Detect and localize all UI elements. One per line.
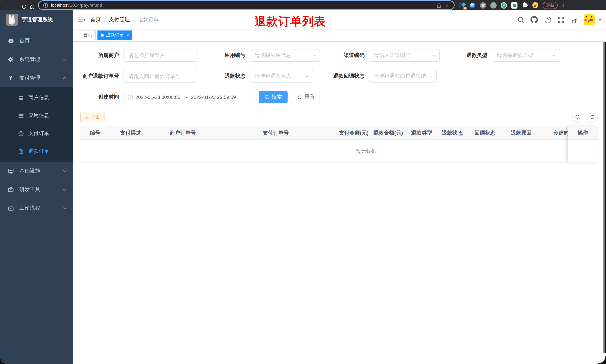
screen: ← → localhost:1024/pay/refund ☆ 10 ⌘	[0, 0, 606, 364]
tag-home[interactable]: 首页	[80, 30, 96, 40]
show-search-toggle-button[interactable]	[572, 112, 583, 123]
github-icon[interactable]	[530, 16, 538, 24]
user-avatar[interactable]	[584, 14, 595, 25]
close-icon[interactable]: ×	[127, 33, 129, 37]
tag-refund-order[interactable]: 退款订单 ×	[97, 30, 132, 40]
browser-forward-button[interactable]: →	[12, 0, 20, 10]
window-corner	[0, 359, 5, 364]
sidebar-item-infra[interactable]: 基础设施	[0, 162, 73, 180]
app-title: 芋道管理系统	[22, 16, 53, 23]
reset-button[interactable]: 重置	[292, 91, 320, 103]
sidebar-item-label: 首页	[19, 38, 30, 44]
window-corner	[598, 356, 606, 364]
sidebar-item-label: 研发工具	[19, 186, 40, 193]
refresh-button[interactable]	[587, 112, 598, 123]
site-info-icon[interactable]	[43, 3, 48, 8]
fullscreen-icon[interactable]	[557, 16, 565, 24]
sidebar-item-devtools[interactable]: 研发工具	[0, 180, 73, 199]
browser-toolbar: ← → localhost:1024/pay/refund ☆ 10 ⌘	[0, 0, 606, 10]
browser-home-button[interactable]	[28, 1, 37, 9]
clock-icon	[128, 94, 133, 100]
export-button[interactable]: 导出	[80, 112, 105, 122]
extension-balloon-icon[interactable]	[470, 2, 476, 8]
sidebar-item-label: 支付管理	[19, 75, 40, 81]
app-logo-row[interactable]: 芋道管理系统	[0, 10, 73, 29]
chevron-down-icon	[312, 54, 316, 57]
help-icon[interactable]: ?	[543, 16, 552, 24]
col-refund-status: 退款状态	[437, 130, 467, 136]
sidebar-item-pay-order[interactable]: 支付订单	[0, 125, 73, 143]
table-scroll-area[interactable]: 编号 支付渠道 商户订单号 支付订单号 支付金额(元) 退款金额(元) 退款类型…	[80, 126, 568, 163]
active-dot-icon	[101, 34, 104, 37]
refund-status-select[interactable]: 请选择退款状态	[250, 70, 313, 83]
notify-status-select[interactable]: 请选择通知商户退款结果的回调状态	[369, 70, 437, 83]
page-title-annotation: 退款订单列表	[254, 14, 326, 29]
search-icon[interactable]	[517, 16, 525, 24]
col-refund-amount: 退款金额(元)	[370, 130, 406, 136]
extension-y-icon[interactable]: y	[501, 2, 507, 8]
sidebar-item-refund-order[interactable]: 退款订单	[0, 143, 73, 160]
avatar-caret-icon[interactable]	[599, 19, 602, 21]
pay-submenu: 商户信息 应用信息 支付订单	[0, 87, 73, 162]
sidebar-item-workflow[interactable]: 工作流程	[0, 199, 73, 218]
create-time-label: 创建时间	[80, 94, 123, 100]
top-navbar: 首页 / 支付管理 / 退款订单 退款订单列表 ?	[73, 10, 606, 29]
sidebar-item-label: 应用信息	[28, 112, 49, 119]
breadcrumb-home[interactable]: 首页	[90, 16, 101, 23]
sidebar-item-home[interactable]: 首页	[0, 32, 73, 50]
range-end-value[interactable]: 2022-01-23 23:59:59	[191, 94, 237, 100]
sidebar-item-label: 支付订单	[28, 130, 49, 137]
navbar-actions: ? TT	[517, 14, 606, 25]
shop-icon	[18, 95, 24, 101]
col-id: 编号	[80, 130, 110, 136]
breadcrumb-current: 退款订单	[138, 16, 159, 23]
extension-recorder-icon[interactable]	[490, 2, 497, 8]
chrome-update-button[interactable]: 更新	[543, 2, 558, 9]
chevron-down-icon	[63, 169, 67, 172]
sidebar-item-app-info[interactable]: 应用信息	[0, 107, 73, 125]
breadcrumb-pay[interactable]: 支付管理	[109, 16, 130, 23]
sidebar-item-label: 基础设施	[19, 168, 40, 174]
app-no-select[interactable]: 请选择应用信息	[250, 49, 320, 62]
sidebar-item-system[interactable]: 系统管理	[0, 50, 73, 69]
sidebar-item-pay[interactable]: ¥ 支付管理	[0, 69, 73, 87]
window-scrollbar[interactable]	[603, 10, 606, 353]
font-size-icon[interactable]: TT	[570, 16, 579, 24]
gear-icon	[7, 56, 14, 63]
extensions-puzzle-icon[interactable]	[522, 2, 528, 8]
chrome-menu-icon[interactable]: ⋮	[561, 2, 566, 8]
merchant-input[interactable]	[123, 49, 198, 62]
share-icon[interactable]	[437, 3, 441, 8]
browser-back-button[interactable]: ←	[4, 0, 12, 10]
url-text: localhost:1024/pay/refund	[51, 3, 102, 8]
channel-code-select[interactable]: 请输入渠道编码	[369, 49, 440, 62]
bookmark-star-icon[interactable]: ☆	[445, 2, 449, 8]
table-header-row: 编号 支付渠道 商户订单号 支付订单号 支付金额(元) 退款金额(元) 退款类型…	[80, 126, 568, 140]
breadcrumb: 首页 / 支付管理 / 退款订单	[90, 16, 159, 23]
range-start-value[interactable]: 2022-01-23 00:00:00	[135, 94, 183, 100]
sidebar-item-merchant-info[interactable]: 商户信息	[0, 89, 73, 107]
chevron-up-icon	[63, 77, 67, 79]
extension-chat-icon[interactable]	[511, 2, 517, 8]
profile-emoji-icon[interactable]	[532, 2, 538, 8]
create-time-range-picker[interactable]: 2022-01-23 00:00:00 - 2022-01-23 23:59:5…	[123, 91, 252, 103]
extensions-row: 10 ⌘ y	[459, 2, 538, 8]
col-pay-amount: 支付金额(元)	[337, 130, 370, 136]
extension-command-icon[interactable]: ⌘	[480, 2, 486, 8]
browser-reload-button[interactable]	[20, 1, 28, 9]
refund-table: 编号 支付渠道 商户订单号 支付订单号 支付金额(元) 退款金额(元) 退款类型…	[80, 126, 598, 163]
col-merchant-order-no: 商户订单号	[151, 130, 214, 136]
merchant-refund-no-input[interactable]	[123, 70, 197, 83]
refund-type-label: 退款类型	[440, 52, 492, 59]
address-bar[interactable]: localhost:1024/pay/refund ☆	[39, 1, 454, 9]
refund-type-select[interactable]: 请选择退款类型	[492, 49, 560, 62]
chevron-down-icon	[63, 188, 67, 191]
sidebar-toggle-icon[interactable]	[73, 16, 90, 23]
col-action: 操作	[568, 126, 598, 140]
search-button[interactable]: 搜索	[259, 91, 288, 103]
col-refund-type: 退款类型	[406, 130, 437, 136]
extension-diamond-icon[interactable]: 10	[459, 2, 465, 8]
col-pay-order-no: 支付订单号	[214, 130, 337, 136]
chevron-down-icon	[63, 58, 67, 61]
sidebar-item-label: 商户信息	[28, 94, 49, 101]
